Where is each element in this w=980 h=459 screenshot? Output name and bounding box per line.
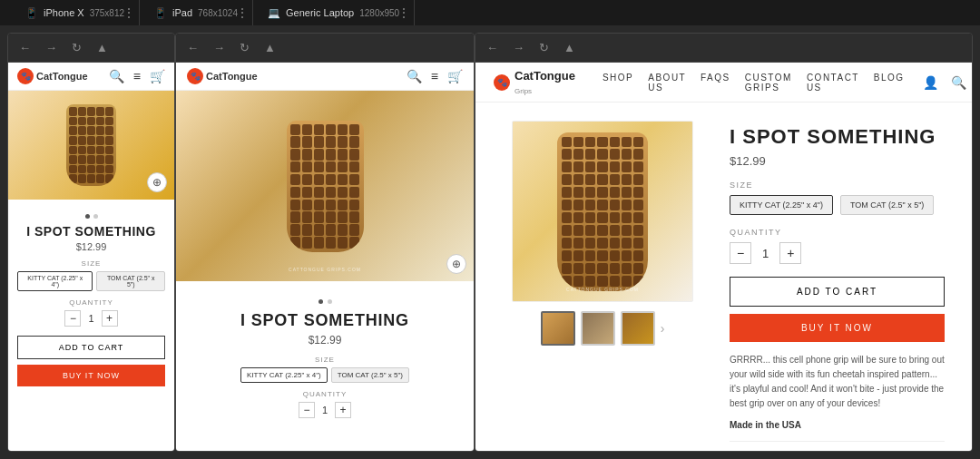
nav-about[interactable]: ABOUT US bbox=[648, 73, 686, 93]
top-bar: 📱 iPhone X 375x812 ⋮ 📱 iPad 768x1024 ⋮ 💻… bbox=[0, 0, 980, 25]
main-product-image: CATTONGUE GRIPS.COM bbox=[512, 121, 693, 302]
mobile-qty-minus[interactable]: − bbox=[64, 310, 81, 327]
desktop-product-title: I SPOT SOMETHING bbox=[730, 125, 945, 149]
nav-faqs[interactable]: FAQS bbox=[701, 73, 730, 93]
desktop-search-icon[interactable]: 🔍 bbox=[951, 75, 966, 90]
desktop-size-label: SIZE bbox=[730, 181, 945, 190]
refresh-btn[interactable]: ↻ bbox=[68, 39, 85, 56]
thumbnail-2[interactable] bbox=[581, 311, 615, 346]
mobile-zoom-icon[interactable]: ⊕ bbox=[147, 172, 167, 192]
tablet-logo: 🐾 CatTongue bbox=[187, 68, 258, 84]
tablet-qty-plus[interactable]: + bbox=[335, 402, 351, 418]
tablet-dot-2 bbox=[328, 299, 332, 304]
iphone-name: iPhone X bbox=[44, 7, 84, 18]
thumbnail-1[interactable] bbox=[541, 311, 575, 346]
nav-blog[interactable]: BLOG bbox=[874, 73, 905, 93]
mobile-size-label: SIZE bbox=[17, 259, 165, 268]
laptop-forward-btn[interactable]: → bbox=[509, 39, 528, 56]
laptop-icon: 💻 bbox=[268, 7, 280, 19]
ipad-refresh-btn[interactable]: ↻ bbox=[236, 39, 253, 56]
ipad-name: iPad bbox=[172, 7, 192, 18]
desktop-size-kitty[interactable]: KITTY CAT (2.25" x 4") bbox=[730, 195, 833, 215]
nav-shop[interactable]: SHOP bbox=[603, 73, 633, 93]
tablet-qty-control: − 1 + bbox=[187, 402, 463, 418]
ipad-content: 🐾 CatTongue 🔍 ≡ 🛒 bbox=[176, 63, 474, 451]
desktop-nav: 🐾 CatTongue Grips SHOP ABOUT US FAQS CUS… bbox=[475, 63, 972, 103]
share-btn[interactable]: ▲ bbox=[93, 39, 112, 56]
nav-contact[interactable]: CONTACT US bbox=[807, 73, 859, 93]
tablet-product-price: $12.99 bbox=[187, 334, 463, 347]
mobile-menu-icon[interactable]: ≡ bbox=[133, 69, 141, 83]
tablet-grip-shape bbox=[287, 121, 364, 252]
desktop-qty-minus[interactable]: − bbox=[730, 242, 751, 264]
dot-2 bbox=[93, 214, 98, 219]
tablet-logo-paw: 🐾 bbox=[187, 68, 203, 84]
tablet-dot-1 bbox=[318, 299, 323, 304]
tablet-content: I SPOT SOMETHING $12.99 SIZE KITTY CAT (… bbox=[176, 281, 474, 438]
mobile-image-dots bbox=[17, 209, 165, 224]
iphone-res: 375x812 bbox=[90, 8, 124, 18]
mobile-logo: 🐾 CatTongue bbox=[17, 68, 88, 84]
ipad-forward-btn[interactable]: → bbox=[210, 39, 229, 56]
tablet-image-dots bbox=[187, 292, 463, 311]
tablet-size-tom[interactable]: TOM CAT (2.5" x 5") bbox=[331, 367, 409, 383]
ipad-tab[interactable]: 📱 iPad 768x1024 ⋮ bbox=[140, 0, 253, 25]
ipad-icon: 📱 bbox=[154, 7, 167, 19]
desktop-buy-now-button[interactable]: BUY IT NOW bbox=[730, 314, 945, 342]
tablet-search-icon[interactable]: 🔍 bbox=[407, 69, 422, 83]
iphone-tab[interactable]: 📱 iPhone X 375x812 ⋮ bbox=[11, 0, 140, 25]
thumbnail-3[interactable] bbox=[621, 311, 655, 346]
dot-1 bbox=[85, 214, 90, 219]
laptop-more-icon[interactable]: ⋮ bbox=[397, 5, 410, 20]
mobile-qty-control: − 1 + bbox=[17, 310, 165, 327]
mobile-nav: 🐾 CatTongue 🔍 ≡ 🛒 bbox=[8, 63, 174, 91]
laptop-name: Generic Laptop bbox=[286, 7, 354, 18]
desktop-add-to-cart-button[interactable]: ADD TO CART bbox=[730, 277, 945, 307]
tablet-menu-icon[interactable]: ≡ bbox=[431, 69, 438, 83]
laptop-refresh-btn[interactable]: ↻ bbox=[535, 39, 553, 56]
tablet-qty-minus[interactable]: − bbox=[299, 402, 315, 418]
ipad-frame: ← → ↻ ▲ 🐾 CatTongue 🔍 ≡ 🛒 bbox=[175, 33, 475, 452]
desktop-user-icon[interactable]: 👤 bbox=[923, 75, 938, 90]
mobile-cart-icon[interactable]: 🛒 bbox=[150, 69, 165, 83]
mobile-size-tom[interactable]: TOM CAT (2.5" x 5") bbox=[96, 271, 165, 291]
laptop-back-btn[interactable]: ← bbox=[483, 39, 502, 56]
product-info-col: I SPOT SOMETHING $12.99 SIZE KITTY CAT (… bbox=[730, 121, 945, 451]
ipad-back-btn[interactable]: ← bbox=[183, 39, 202, 56]
mobile-qty-plus[interactable]: + bbox=[102, 310, 118, 327]
tablet-nav: 🐾 CatTongue 🔍 ≡ 🛒 bbox=[176, 63, 474, 91]
ipad-more-icon[interactable]: ⋮ bbox=[236, 5, 249, 20]
desktop-nav-links: SHOP ABOUT US FAQS CUSTOM GRIPS CONTACT … bbox=[603, 73, 905, 93]
desktop-watermark: CATTONGUE GRIPS.COM bbox=[566, 287, 639, 292]
tablet-size-kitty[interactable]: KITTY CAT (2.25" x 4") bbox=[240, 367, 328, 383]
mobile-buy-now-button[interactable]: BUY IT NOW bbox=[17, 365, 165, 386]
nav-custom[interactable]: CUSTOM GRIPS bbox=[745, 73, 792, 93]
forward-btn[interactable]: → bbox=[42, 39, 61, 56]
desktop-qty-plus[interactable]: + bbox=[779, 242, 801, 264]
desktop-logo-paw: 🐾 bbox=[494, 74, 510, 91]
ipad-share-btn[interactable]: ▲ bbox=[260, 39, 279, 56]
laptop-content: 🐾 CatTongue Grips SHOP ABOUT US FAQS CUS… bbox=[475, 63, 972, 451]
back-btn[interactable]: ← bbox=[15, 39, 34, 56]
mobile-search-icon[interactable]: 🔍 bbox=[109, 69, 124, 83]
tablet-zoom-icon[interactable]: ⊕ bbox=[446, 254, 466, 274]
laptop-tab[interactable]: 💻 Generic Laptop 1280x950 ⋮ bbox=[253, 0, 415, 25]
laptop-share-btn[interactable]: ▲ bbox=[560, 39, 579, 56]
logo-paw-icon: 🐾 bbox=[17, 68, 34, 84]
tablet-cart-icon[interactable]: 🛒 bbox=[447, 69, 463, 83]
made-in-label: Made in the USA bbox=[730, 420, 945, 430]
mobile-product-title: I SPOT SOMETHING bbox=[17, 224, 165, 239]
desktop-grip-shape bbox=[557, 132, 648, 291]
desktop-size-tom[interactable]: TOM CAT (2.5" x 5") bbox=[840, 195, 934, 215]
ipad-screen: 🐾 CatTongue 🔍 ≡ 🛒 bbox=[176, 63, 474, 451]
accordion-installation[interactable]: PHONE GRIP INSTALLATION VIDEO › bbox=[730, 441, 945, 451]
iphone-more-icon[interactable]: ⋮ bbox=[122, 5, 135, 20]
mobile-product-image: ⊕ bbox=[8, 91, 174, 200]
mobile-size-kitty[interactable]: KITTY CAT (2.25" x 4") bbox=[17, 271, 93, 291]
thumbnail-next-arrow[interactable]: › bbox=[661, 321, 665, 336]
mobile-add-to-cart-button[interactable]: ADD TO CART bbox=[17, 336, 165, 359]
tablet-watermark: CATTONGUE GRIPS.COM bbox=[289, 267, 361, 272]
mobile-qty-label: QUANTITY bbox=[17, 298, 165, 307]
desktop-size-options: KITTY CAT (2.25" x 4") TOM CAT (2.5" x 5… bbox=[730, 195, 945, 215]
desktop-product-description: GRRRR... this cell phone grip will be su… bbox=[730, 353, 945, 411]
